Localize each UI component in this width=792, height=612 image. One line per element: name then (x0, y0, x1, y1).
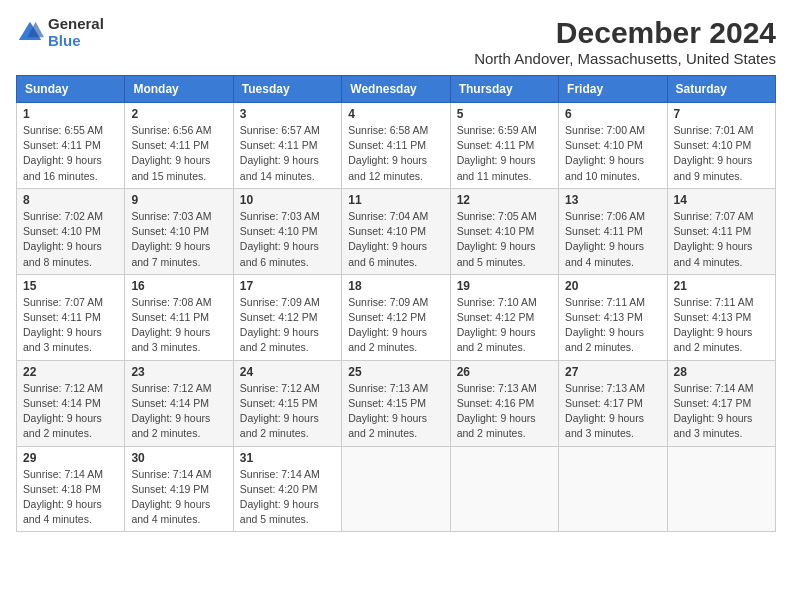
weekday-header-saturday: Saturday (667, 76, 775, 103)
calendar-table: SundayMondayTuesdayWednesdayThursdayFrid… (16, 75, 776, 532)
day-number: 21 (674, 279, 769, 293)
day-info: Sunrise: 7:08 AMSunset: 4:11 PMDaylight:… (131, 295, 226, 356)
day-number: 6 (565, 107, 660, 121)
day-cell-3: 3Sunrise: 6:57 AMSunset: 4:11 PMDaylight… (233, 103, 341, 189)
day-cell-18: 18Sunrise: 7:09 AMSunset: 4:12 PMDayligh… (342, 274, 450, 360)
title-area: December 2024 North Andover, Massachuset… (474, 16, 776, 67)
week-row-3: 15Sunrise: 7:07 AMSunset: 4:11 PMDayligh… (17, 274, 776, 360)
day-info: Sunrise: 7:12 AMSunset: 4:14 PMDaylight:… (23, 381, 118, 442)
logo-blue: Blue (48, 33, 104, 50)
day-number: 4 (348, 107, 443, 121)
weekday-header-wednesday: Wednesday (342, 76, 450, 103)
day-cell-17: 17Sunrise: 7:09 AMSunset: 4:12 PMDayligh… (233, 274, 341, 360)
day-number: 15 (23, 279, 118, 293)
logo: General Blue (16, 16, 104, 49)
logo-general: General (48, 16, 104, 33)
day-info: Sunrise: 7:11 AMSunset: 4:13 PMDaylight:… (674, 295, 769, 356)
day-number: 12 (457, 193, 552, 207)
day-cell-6: 6Sunrise: 7:00 AMSunset: 4:10 PMDaylight… (559, 103, 667, 189)
day-info: Sunrise: 7:13 AMSunset: 4:15 PMDaylight:… (348, 381, 443, 442)
day-info: Sunrise: 6:57 AMSunset: 4:11 PMDaylight:… (240, 123, 335, 184)
day-cell-19: 19Sunrise: 7:10 AMSunset: 4:12 PMDayligh… (450, 274, 558, 360)
day-number: 19 (457, 279, 552, 293)
weekday-header-row: SundayMondayTuesdayWednesdayThursdayFrid… (17, 76, 776, 103)
day-info: Sunrise: 7:14 AMSunset: 4:19 PMDaylight:… (131, 467, 226, 528)
day-cell-11: 11Sunrise: 7:04 AMSunset: 4:10 PMDayligh… (342, 188, 450, 274)
day-info: Sunrise: 7:00 AMSunset: 4:10 PMDaylight:… (565, 123, 660, 184)
subtitle: North Andover, Massachusetts, United Sta… (474, 50, 776, 67)
day-info: Sunrise: 7:02 AMSunset: 4:10 PMDaylight:… (23, 209, 118, 270)
day-info: Sunrise: 7:06 AMSunset: 4:11 PMDaylight:… (565, 209, 660, 270)
day-cell-8: 8Sunrise: 7:02 AMSunset: 4:10 PMDaylight… (17, 188, 125, 274)
day-cell-9: 9Sunrise: 7:03 AMSunset: 4:10 PMDaylight… (125, 188, 233, 274)
day-number: 30 (131, 451, 226, 465)
day-info: Sunrise: 6:59 AMSunset: 4:11 PMDaylight:… (457, 123, 552, 184)
day-number: 1 (23, 107, 118, 121)
logo-icon (16, 19, 44, 47)
main-title: December 2024 (474, 16, 776, 50)
day-number: 5 (457, 107, 552, 121)
week-row-1: 1Sunrise: 6:55 AMSunset: 4:11 PMDaylight… (17, 103, 776, 189)
day-info: Sunrise: 6:56 AMSunset: 4:11 PMDaylight:… (131, 123, 226, 184)
day-number: 31 (240, 451, 335, 465)
week-row-4: 22Sunrise: 7:12 AMSunset: 4:14 PMDayligh… (17, 360, 776, 446)
day-info: Sunrise: 7:14 AMSunset: 4:17 PMDaylight:… (674, 381, 769, 442)
day-number: 23 (131, 365, 226, 379)
day-number: 26 (457, 365, 552, 379)
day-cell-23: 23Sunrise: 7:12 AMSunset: 4:14 PMDayligh… (125, 360, 233, 446)
day-info: Sunrise: 7:12 AMSunset: 4:14 PMDaylight:… (131, 381, 226, 442)
header: General Blue December 2024 North Andover… (16, 16, 776, 67)
day-number: 2 (131, 107, 226, 121)
weekday-header-friday: Friday (559, 76, 667, 103)
day-number: 16 (131, 279, 226, 293)
day-number: 29 (23, 451, 118, 465)
day-number: 17 (240, 279, 335, 293)
day-info: Sunrise: 7:10 AMSunset: 4:12 PMDaylight:… (457, 295, 552, 356)
day-number: 13 (565, 193, 660, 207)
day-info: Sunrise: 7:04 AMSunset: 4:10 PMDaylight:… (348, 209, 443, 270)
day-cell-5: 5Sunrise: 6:59 AMSunset: 4:11 PMDaylight… (450, 103, 558, 189)
day-info: Sunrise: 7:07 AMSunset: 4:11 PMDaylight:… (674, 209, 769, 270)
day-cell-28: 28Sunrise: 7:14 AMSunset: 4:17 PMDayligh… (667, 360, 775, 446)
day-number: 8 (23, 193, 118, 207)
day-number: 24 (240, 365, 335, 379)
day-info: Sunrise: 6:58 AMSunset: 4:11 PMDaylight:… (348, 123, 443, 184)
empty-cell (450, 446, 558, 532)
day-cell-20: 20Sunrise: 7:11 AMSunset: 4:13 PMDayligh… (559, 274, 667, 360)
day-cell-15: 15Sunrise: 7:07 AMSunset: 4:11 PMDayligh… (17, 274, 125, 360)
day-number: 27 (565, 365, 660, 379)
day-cell-2: 2Sunrise: 6:56 AMSunset: 4:11 PMDaylight… (125, 103, 233, 189)
day-number: 3 (240, 107, 335, 121)
day-info: Sunrise: 7:09 AMSunset: 4:12 PMDaylight:… (240, 295, 335, 356)
day-info: Sunrise: 7:07 AMSunset: 4:11 PMDaylight:… (23, 295, 118, 356)
empty-cell (559, 446, 667, 532)
day-number: 20 (565, 279, 660, 293)
day-cell-26: 26Sunrise: 7:13 AMSunset: 4:16 PMDayligh… (450, 360, 558, 446)
week-row-5: 29Sunrise: 7:14 AMSunset: 4:18 PMDayligh… (17, 446, 776, 532)
empty-cell (667, 446, 775, 532)
day-cell-14: 14Sunrise: 7:07 AMSunset: 4:11 PMDayligh… (667, 188, 775, 274)
day-info: Sunrise: 7:09 AMSunset: 4:12 PMDaylight:… (348, 295, 443, 356)
day-cell-29: 29Sunrise: 7:14 AMSunset: 4:18 PMDayligh… (17, 446, 125, 532)
day-cell-1: 1Sunrise: 6:55 AMSunset: 4:11 PMDaylight… (17, 103, 125, 189)
day-cell-10: 10Sunrise: 7:03 AMSunset: 4:10 PMDayligh… (233, 188, 341, 274)
day-cell-16: 16Sunrise: 7:08 AMSunset: 4:11 PMDayligh… (125, 274, 233, 360)
day-info: Sunrise: 7:11 AMSunset: 4:13 PMDaylight:… (565, 295, 660, 356)
day-info: Sunrise: 7:14 AMSunset: 4:18 PMDaylight:… (23, 467, 118, 528)
day-number: 18 (348, 279, 443, 293)
weekday-header-thursday: Thursday (450, 76, 558, 103)
weekday-header-monday: Monday (125, 76, 233, 103)
day-cell-30: 30Sunrise: 7:14 AMSunset: 4:19 PMDayligh… (125, 446, 233, 532)
day-number: 11 (348, 193, 443, 207)
day-info: Sunrise: 7:03 AMSunset: 4:10 PMDaylight:… (131, 209, 226, 270)
day-cell-24: 24Sunrise: 7:12 AMSunset: 4:15 PMDayligh… (233, 360, 341, 446)
day-cell-21: 21Sunrise: 7:11 AMSunset: 4:13 PMDayligh… (667, 274, 775, 360)
day-info: Sunrise: 7:13 AMSunset: 4:16 PMDaylight:… (457, 381, 552, 442)
day-cell-22: 22Sunrise: 7:12 AMSunset: 4:14 PMDayligh… (17, 360, 125, 446)
day-info: Sunrise: 7:14 AMSunset: 4:20 PMDaylight:… (240, 467, 335, 528)
day-number: 22 (23, 365, 118, 379)
day-number: 25 (348, 365, 443, 379)
day-info: Sunrise: 6:55 AMSunset: 4:11 PMDaylight:… (23, 123, 118, 184)
day-info: Sunrise: 7:01 AMSunset: 4:10 PMDaylight:… (674, 123, 769, 184)
week-row-2: 8Sunrise: 7:02 AMSunset: 4:10 PMDaylight… (17, 188, 776, 274)
